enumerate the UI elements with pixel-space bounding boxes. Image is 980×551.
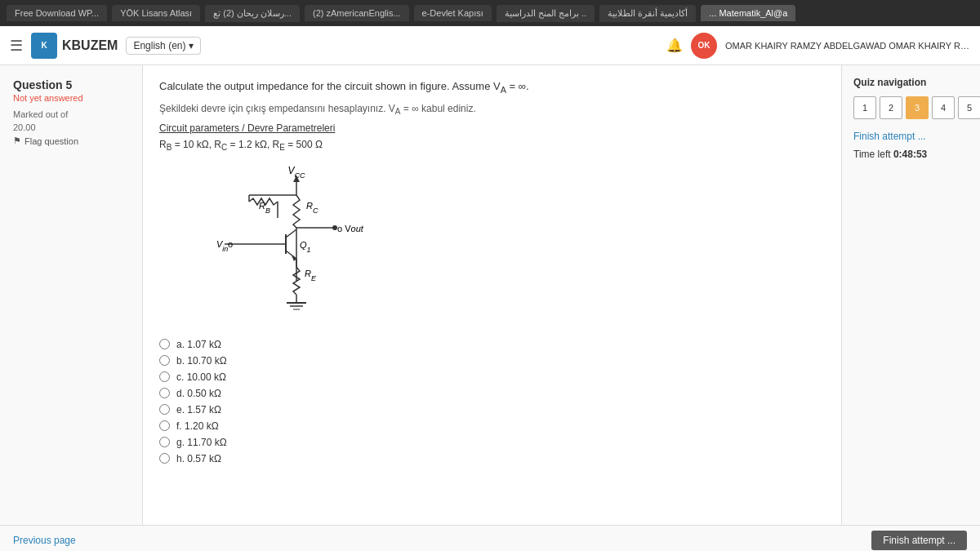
tab-8[interactable]: ... Matematik_Al@a xyxy=(701,5,795,21)
svg-text:RC: RC xyxy=(306,201,318,215)
finish-attempt-button[interactable]: Finish attempt ... xyxy=(871,531,967,550)
tab-7[interactable]: أكاديمية أنقرة الطلابية xyxy=(599,5,696,22)
nav-btn-2[interactable]: 2 xyxy=(880,96,902,119)
header-right: 🔔 OK OMAR KHAIRY RAMZY ABDELGAWAD OMAR K… xyxy=(666,33,970,59)
option-g[interactable]: g. 11.70 kΩ xyxy=(159,437,825,448)
option-d-label: d. 0.50 kΩ xyxy=(176,388,221,399)
question-area: Calculate the output impedance for the c… xyxy=(143,65,841,525)
language-selector[interactable]: English (en) ▾ xyxy=(126,37,201,55)
marks-value: 20.00 xyxy=(13,122,129,132)
question-status: Not yet answered xyxy=(13,93,129,103)
right-sidebar: Quiz navigation 1 2 3 4 5 Finish attempt… xyxy=(841,65,980,525)
answer-options: a. 1.07 kΩ b. 10.70 kΩ c. 10.00 kΩ d. 0.… xyxy=(159,339,825,464)
option-f[interactable]: f. 1.20 kΩ xyxy=(159,420,825,432)
svg-line-14 xyxy=(286,229,296,238)
svg-text:Q1: Q1 xyxy=(300,240,311,254)
hamburger-icon[interactable]: ☰ xyxy=(10,37,23,55)
quiz-nav-title: Quiz navigation xyxy=(853,77,969,88)
option-c[interactable]: c. 10.00 kΩ xyxy=(159,371,825,383)
flag-question-button[interactable]: ⚑ Flag question xyxy=(13,136,129,146)
avatar: OK xyxy=(691,33,717,59)
circuit-diagram: VCC RB RC xyxy=(208,162,388,326)
circuit-svg: VCC RB RC xyxy=(208,162,388,334)
option-a-label: a. 1.07 kΩ xyxy=(176,339,221,350)
question-info: Question 5 Not yet answered Marked out o… xyxy=(13,78,129,146)
question-number: Question 5 xyxy=(13,78,129,91)
option-h-label: h. 0.57 kΩ xyxy=(176,453,221,464)
tab-3[interactable]: رسلان ريحان (2) تع... xyxy=(205,5,300,22)
option-e[interactable]: e. 1.57 kΩ xyxy=(159,404,825,415)
option-e-label: e. 1.57 kΩ xyxy=(176,404,221,415)
circuit-params-link[interactable]: Circuit parameters / Devre Parametreleri xyxy=(159,122,335,134)
nav-btn-5[interactable]: 5 xyxy=(958,96,980,119)
radio-a[interactable] xyxy=(159,339,170,349)
svg-text:o Vout: o Vout xyxy=(337,224,364,233)
svg-text:o: o xyxy=(228,239,233,249)
option-b[interactable]: b. 10.70 kΩ xyxy=(159,355,825,367)
tab-2[interactable]: YÖK Lisans Atlası xyxy=(112,5,200,21)
question-text-en: Calculate the output impedance for the c… xyxy=(159,78,825,96)
logo-icon: K xyxy=(31,33,57,59)
radio-g[interactable] xyxy=(159,437,170,447)
previous-page-link[interactable]: Previous page xyxy=(13,535,76,546)
option-d[interactable]: d. 0.50 kΩ xyxy=(159,388,825,399)
svg-line-15 xyxy=(286,251,296,259)
option-h[interactable]: h. 0.57 kΩ xyxy=(159,453,825,464)
svg-text:RE: RE xyxy=(305,269,317,282)
tab-4[interactable]: (2) zAmericanEnglis... xyxy=(305,5,409,21)
lang-label: English (en) xyxy=(133,40,185,51)
circuit-params-label: Circuit parameters / Devre Parametreleri xyxy=(159,122,825,134)
quiz-nav-grid: 1 2 3 4 5 xyxy=(853,96,969,119)
tab-1[interactable]: Free Download WP... xyxy=(7,5,107,21)
option-g-label: g. 11.70 kΩ xyxy=(176,437,227,448)
flag-label: Flag question xyxy=(24,136,78,146)
radio-d[interactable] xyxy=(159,388,170,398)
tab-5[interactable]: e-Devlet Kapısı xyxy=(414,5,492,21)
tab-6[interactable]: برامج المنح الدراسية .. xyxy=(497,5,595,22)
user-name: OMAR KHAIRY RAMZY ABDELGAWAD OMAR KHAIRY… xyxy=(725,41,970,51)
logo-text: KBUZEM xyxy=(62,38,118,53)
bell-icon[interactable]: 🔔 xyxy=(666,38,683,53)
marks-label: Marked out of xyxy=(13,109,129,119)
chevron-down-icon: ▾ xyxy=(189,40,194,51)
time-label: Time left xyxy=(853,149,891,160)
option-b-label: b. 10.70 kΩ xyxy=(176,355,227,367)
radio-b[interactable] xyxy=(159,355,170,366)
footer-bar: Previous page Finish attempt ... xyxy=(0,525,980,551)
flag-icon: ⚑ xyxy=(13,136,21,146)
nav-btn-3[interactable]: 3 xyxy=(906,96,929,119)
option-a[interactable]: a. 1.07 kΩ xyxy=(159,339,825,350)
option-c-label: c. 10.00 kΩ xyxy=(176,371,226,383)
time-value: 0:48:53 xyxy=(893,149,927,160)
nav-btn-1[interactable]: 1 xyxy=(853,96,876,119)
moodle-header: ☰ K KBUZEM English (en) ▾ 🔔 OK OMAR KHAI… xyxy=(0,26,980,65)
radio-c[interactable] xyxy=(159,371,170,382)
browser-topbar: Free Download WP... YÖK Lisans Atlası رس… xyxy=(0,0,980,26)
question-text-tr: Şekildeki devre için çıkış empedansını h… xyxy=(159,101,825,118)
radio-f[interactable] xyxy=(159,420,170,431)
finish-attempt-nav-link[interactable]: Finish attempt ... xyxy=(853,131,969,142)
left-sidebar: Question 5 Not yet answered Marked out o… xyxy=(0,65,143,525)
main-content: Question 5 Not yet answered Marked out o… xyxy=(0,65,980,525)
time-left-label: Time left 0:48:53 xyxy=(853,149,969,160)
radio-e[interactable] xyxy=(159,404,170,415)
radio-h[interactable] xyxy=(159,453,170,464)
option-f-label: f. 1.20 kΩ xyxy=(176,420,219,432)
nav-btn-4[interactable]: 4 xyxy=(932,96,955,119)
svg-text:Vin: Vin xyxy=(216,239,228,253)
header-left: ☰ K KBUZEM English (en) ▾ xyxy=(10,33,201,59)
logo-area: K KBUZEM xyxy=(31,33,118,59)
params-values: RB = 10 kΩ, RC = 1.2 kΩ, RE = 500 Ω xyxy=(159,139,825,152)
